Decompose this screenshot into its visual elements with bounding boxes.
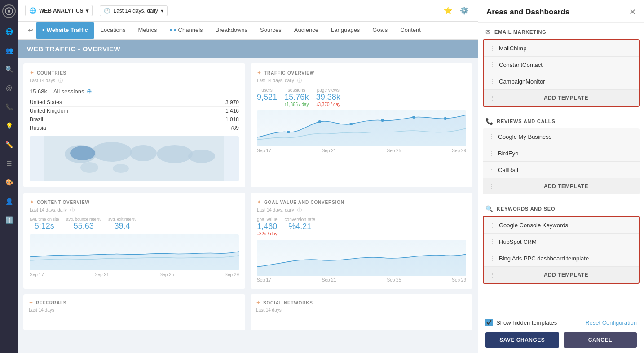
dashboard: WEB TRAFFIC - OVERVIEW ✦ COUNTRIES Last … [18, 40, 478, 353]
svg-point-8 [80, 162, 98, 173]
star-icon[interactable]: ⭐ [442, 4, 454, 17]
add-keywords-label: ADD TEMPLATE [499, 272, 633, 278]
social-widget: ✦ SOCIAL NETWORKS Last 14 days [251, 294, 472, 330]
country-rows: United States3,970 United Kingdom1,416 B… [30, 98, 239, 132]
keywords-section-box: ⋮ Google Console Keywords ⋮ HubSpot CRM … [483, 216, 640, 284]
svg-point-9 [113, 164, 129, 173]
close-icon[interactable]: ✕ [629, 7, 636, 17]
sidebar-icon-at[interactable]: @ [4, 83, 14, 93]
sidebar-icon-phone[interactable]: 📞 [4, 101, 14, 112]
tab-sources[interactable]: Sources [254, 23, 288, 38]
template-name-campaignmonitor: CampaignMonitor [499, 78, 633, 85]
email-section-title: EMAIL MARKETING [494, 29, 547, 35]
traffic-stat-sessions: sessions 15.76k ↑1,365 / day [284, 88, 309, 107]
drag-handle-icon: ⋮ [489, 94, 495, 101]
sidebar-icon-search[interactable]: 🔍 [4, 64, 14, 75]
add-reviews-label: ADD TEMPLATE [498, 183, 634, 190]
save-changes-button[interactable]: SAVE CHANGES [485, 332, 559, 348]
reset-config-link[interactable]: Reset Configuration [585, 319, 637, 326]
add-template-email-btn[interactable]: ⋮ ADD TEMPLATE [484, 90, 639, 106]
dashboard-title: WEB TRAFFIC - OVERVIEW [27, 45, 120, 53]
country-row: United Kingdom1,416 [30, 107, 239, 115]
goal-stats: goal value 1,460 ↓82s / day conversion r… [257, 217, 466, 236]
drag-handle-icon: ⋮ [489, 255, 495, 262]
social-title: SOCIAL NETWORKS [263, 300, 313, 305]
tab-goals[interactable]: Goals [366, 23, 394, 38]
cancel-button[interactable]: CANCEL [564, 332, 637, 348]
goal-stat-value: goal value 1,460 ↓82s / day [257, 217, 278, 236]
svg-point-1 [8, 10, 10, 13]
traffic-stat-users: users 9,521 [257, 88, 277, 107]
drag-handle-icon: ⋮ [489, 78, 495, 85]
template-item-birdeye[interactable]: ⋮ BirdEye [483, 145, 640, 162]
content-chart [30, 234, 239, 270]
template-item-mailchimp[interactable]: ⋮ MailChimp [484, 40, 639, 57]
svg-point-11 [287, 131, 290, 133]
goal-chart-dates: Sep 17Sep 21Sep 25Sep 29 [257, 278, 466, 282]
tab-channels[interactable]: •Channels [163, 22, 209, 39]
content-stats: avg. time on site 5:12s avg. bounce rate… [30, 217, 239, 231]
show-hidden-checkbox[interactable] [485, 319, 493, 326]
tab-audience[interactable]: Audience [288, 23, 325, 38]
drag-handle-icon: ⋮ [488, 133, 494, 140]
social-icon: ✦ [256, 300, 260, 306]
template-item-constantcontact[interactable]: ⋮ ConstantContact [484, 57, 639, 73]
date-selector[interactable]: 🕐 Last 14 days, daily ▾ [100, 5, 167, 16]
template-item-gmb[interactable]: ⋮ Google My Business [483, 128, 640, 145]
template-name-callrail: CallRail [498, 167, 634, 173]
settings-icon[interactable]: ⚙️ [458, 4, 471, 17]
app-logo[interactable] [2, 4, 16, 18]
sidebar-icon-palette[interactable]: 🎨 [4, 177, 14, 188]
countries-info-icon: ⓘ [58, 78, 63, 83]
countries-icon: ✦ [30, 70, 34, 76]
countries-title: COUNTRIES [37, 71, 66, 75]
template-item-gck[interactable]: ⋮ Google Console Keywords [484, 217, 639, 234]
right-panel-footer: Show hidden templates Reset Configuratio… [478, 313, 644, 353]
tab-metrics[interactable]: Metrics [132, 23, 163, 38]
countries-main-stat: 15.68k – All sessions ⊕ [30, 88, 239, 95]
keywords-section-title: KEYWORDS AND SEO [497, 206, 555, 212]
template-item-campaignmonitor[interactable]: ⋮ CampaignMonitor [484, 73, 639, 90]
referrals-title: REFERRALS [36, 300, 66, 305]
footer-buttons: SAVE CHANGES CANCEL [485, 332, 637, 348]
svg-point-15 [412, 116, 415, 119]
add-segment-btn[interactable]: ⊕ [87, 88, 92, 95]
analytics-selector[interactable]: 🌐 WEB ANALYTICS ▾ [25, 5, 93, 16]
content-widget: ✦ CONTENT OVERVIEW Last 14 days, daily ⓘ… [23, 193, 245, 289]
content-stat-exit: avg. exit rate % 39.4 [108, 217, 136, 231]
content-title: CONTENT OVERVIEW [37, 200, 90, 205]
tab-locations[interactable]: Locations [94, 23, 132, 38]
sidebar-icon-list[interactable]: ☰ [4, 158, 14, 169]
country-row: Russia789 [30, 124, 239, 132]
add-template-keywords-btn[interactable]: ⋮ ADD TEMPLATE [484, 267, 639, 283]
sidebar-icon-edit[interactable]: ✏️ [4, 139, 14, 150]
sidebar-icon-bulb[interactable]: 💡 [4, 120, 14, 131]
add-template-reviews-btn[interactable]: ⋮ ADD TEMPLATE [483, 178, 640, 194]
tab-breakdowns[interactable]: Breakdowns [209, 23, 254, 38]
template-name-constantcontact: ConstantContact [499, 62, 633, 68]
sidebar-icon-info[interactable]: ℹ️ [4, 215, 14, 225]
drag-handle-icon: ⋮ [489, 221, 495, 229]
traffic-icon: ✦ [257, 70, 261, 76]
tab-languages[interactable]: Languages [325, 23, 366, 38]
svg-point-6 [157, 145, 193, 163]
template-item-bingads[interactable]: ⋮ Bing Ads PPC dashboard template [484, 250, 639, 267]
template-item-hubspot[interactable]: ⋮ HubSpot CRM [484, 234, 639, 250]
footer-checkbox-row: Show hidden templates Reset Configuratio… [485, 319, 637, 326]
traffic-stat-pageviews: page views 39.38k ↓3,370 / day [316, 88, 340, 107]
drag-handle-icon: ⋮ [489, 271, 495, 278]
sidebar-icon-user-circle[interactable]: 👤 [4, 196, 14, 207]
keywords-section-header: 🔍 KEYWORDS AND SEO [478, 200, 644, 216]
sidebar-icon-users[interactable]: 👥 [4, 45, 14, 56]
drag-handle-icon: ⋮ [489, 61, 495, 68]
sidebar-icon-globe[interactable]: 🌐 [4, 26, 14, 37]
country-row: United States3,970 [30, 98, 239, 107]
tab-back[interactable]: ↩ [25, 23, 36, 38]
content-stat-bounce: avg. bounce rate % 55.63 [66, 217, 101, 231]
tab-content[interactable]: Content [394, 23, 427, 38]
tab-website-traffic[interactable]: Website Traffic [36, 22, 94, 39]
dashboard-header: WEB TRAFFIC - OVERVIEW [18, 40, 478, 58]
template-item-callrail[interactable]: ⋮ CallRail [483, 162, 640, 178]
checkbox-label: Show hidden templates [496, 319, 557, 326]
left-sidebar: 🌐 👥 🔍 @ 📞 💡 ✏️ ☰ 🎨 👤 ℹ️ [0, 0, 18, 353]
